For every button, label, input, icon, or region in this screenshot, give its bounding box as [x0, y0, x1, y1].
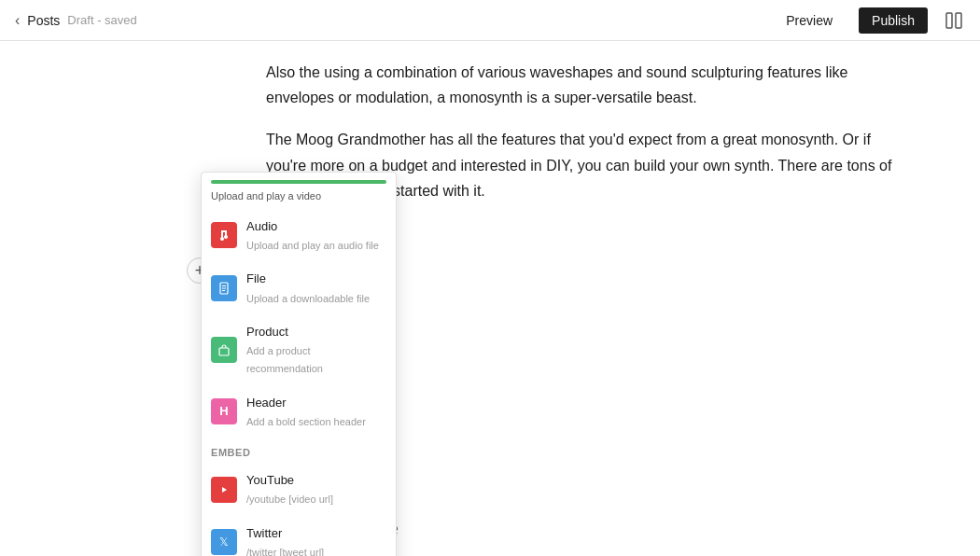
svg-marker-12: [222, 487, 227, 493]
video-bar: [211, 180, 386, 184]
svg-rect-11: [219, 348, 229, 355]
file-icon: [211, 275, 237, 301]
editor-content: + Upload and play a video: [266, 60, 901, 556]
paragraph-1: Also the using a combination of various …: [266, 60, 901, 110]
publish-button[interactable]: Publish: [859, 7, 928, 34]
audio-subtitle: Upload and play an audio file: [246, 237, 386, 255]
twitter-icon: 𝕏: [211, 529, 237, 555]
video-label: Upload and play a video: [211, 188, 386, 209]
popup-item-twitter[interactable]: 𝕏 Twitter /twitter [tweet url]: [202, 516, 396, 556]
svg-rect-1: [956, 13, 961, 28]
product-title: Product: [246, 322, 386, 342]
popup-item-header[interactable]: H Header Add a bold section header: [202, 385, 396, 438]
twitter-text: Twitter /twitter [tweet url]: [246, 523, 386, 556]
file-text: File Upload a downloadable file: [246, 269, 386, 307]
product-text: Product Add a product recommendation: [246, 322, 386, 377]
header-subtitle: Add a bold section header: [246, 413, 386, 431]
twitter-title: Twitter: [246, 523, 386, 544]
product-subtitle: Add a product recommendation: [246, 342, 386, 377]
layout-icon[interactable]: [943, 9, 965, 32]
file-subtitle: Upload a downloadable file: [246, 290, 386, 308]
youtube-title: YouTube: [246, 470, 386, 491]
audio-title: Audio: [246, 216, 386, 237]
youtube-text: YouTube /youtube [video url]: [246, 470, 386, 508]
svg-rect-8: [222, 285, 226, 286]
header-text: Header Add a bold section header: [246, 393, 386, 431]
topbar-left: ‹ Posts Draft - saved: [15, 12, 137, 29]
back-arrow-icon[interactable]: ‹: [15, 12, 20, 29]
embed-section-label: EMBED: [202, 438, 396, 464]
twitter-subtitle: /twitter [tweet url]: [246, 544, 386, 556]
main-area: + Upload and play a video: [0, 41, 980, 556]
svg-point-6: [224, 235, 228, 239]
svg-rect-10: [222, 290, 225, 291]
preview-button[interactable]: Preview: [775, 7, 844, 34]
popup-item-file[interactable]: File Upload a downloadable file: [202, 261, 396, 314]
topbar: ‹ Posts Draft - saved Preview Publish: [0, 0, 980, 41]
svg-rect-9: [222, 287, 226, 288]
header-title: Header: [246, 393, 386, 413]
topbar-right: Preview Publish: [775, 7, 965, 34]
block-picker-popup: Upload and play a video Au: [201, 172, 397, 556]
editor[interactable]: + Upload and play a video: [0, 41, 980, 556]
audio-icon: [211, 222, 237, 248]
popup-item-product[interactable]: Product Add a product recommendation: [202, 314, 396, 384]
popup-item-youtube[interactable]: YouTube /youtube [video url]: [202, 463, 396, 516]
draft-status: Draft - saved: [67, 13, 136, 27]
posts-link[interactable]: Posts: [27, 13, 60, 28]
audio-text: Audio Upload and play an audio file: [246, 216, 386, 255]
video-option[interactable]: Upload and play a video: [202, 173, 396, 209]
youtube-subtitle: /youtube [video url]: [246, 491, 386, 508]
popup-item-audio[interactable]: Audio Upload and play an audio file: [202, 209, 396, 262]
header-icon: H: [211, 398, 237, 424]
youtube-icon: [211, 477, 237, 503]
file-title: File: [246, 269, 386, 289]
product-icon: [211, 337, 237, 363]
svg-rect-0: [946, 13, 952, 28]
